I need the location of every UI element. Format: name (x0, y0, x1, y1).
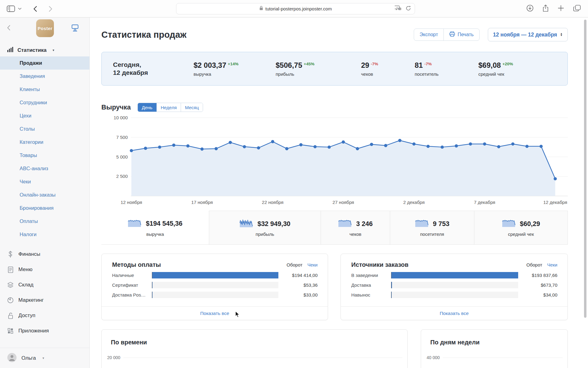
metric-tab-4[interactable]: $60,29средний чек (474, 211, 568, 244)
reload-icon[interactable] (406, 6, 411, 12)
sidebar-item-1[interactable]: Заведения (0, 70, 89, 83)
sources-toggle-turnover[interactable]: Оборот (526, 262, 542, 267)
bar-chart-icon (7, 47, 13, 53)
today-stat-2: 29-7%чеков (361, 61, 415, 77)
source-value: $193 837,66 (518, 273, 557, 278)
sidebar-section-5[interactable]: Приложения (0, 323, 89, 339)
today-stat-delta: +45% (304, 62, 315, 66)
sparkline-area-icon (502, 219, 516, 229)
print-button-label: Печать (458, 32, 473, 37)
sidebar-main-sections: ФинансыМенюСкладМаркетингДоступПриложени… (0, 247, 89, 339)
today-stat-value: $506,75+45% (276, 61, 355, 70)
sidebar-item-7[interactable]: Товары (0, 149, 89, 162)
metric-tab-0[interactable]: $194 545,36выручка (101, 211, 209, 244)
sidebar-section-label: Маркетинг (18, 297, 44, 303)
sidebar-back-chevron-icon[interactable] (7, 25, 10, 32)
source-bar (391, 272, 518, 278)
sidebar-section-3[interactable]: Маркетинг (0, 293, 89, 308)
sidebar-section-4[interactable]: Доступ (0, 308, 89, 323)
sidebar-section-0[interactable]: Финансы (0, 247, 89, 262)
user-menu[interactable]: Ольга ▼ (0, 348, 89, 368)
order-sources-rows: В заведении$193 837,66Доставка$673,70Нав… (341, 270, 567, 300)
svg-text:22 ноября: 22 ноября (262, 200, 284, 205)
source-row-1: Доставка$673,70 (341, 280, 567, 290)
sidebar-section-label: Приложения (18, 328, 49, 334)
toolbar-chevron-down-icon[interactable] (18, 8, 21, 10)
sidebar-item-6[interactable]: Категории (0, 136, 89, 149)
tab-overview-icon[interactable] (573, 5, 581, 13)
print-button[interactable]: Печать (443, 29, 479, 40)
sources-show-all-link[interactable]: Показать все (440, 311, 469, 316)
browser-back-button[interactable] (33, 6, 37, 12)
metric-tab-2[interactable]: 3 246чеков (321, 211, 390, 244)
payment-bar (152, 272, 278, 278)
sidebar-section-label: Доступ (18, 312, 35, 319)
svg-text:2 500: 2 500 (116, 174, 128, 179)
payment-toggle-receipts[interactable]: Чеки (307, 262, 318, 267)
sparkline-spiky-icon (239, 219, 254, 229)
sidebar-item-3[interactable]: Сотрудники (0, 96, 89, 109)
svg-text:2 декабря: 2 декабря (403, 200, 425, 205)
payment-methods-title: Методы оплаты (112, 261, 287, 268)
date-range-picker[interactable]: 12 ноября — 12 декабря ▲▼ (488, 28, 568, 41)
avatar (7, 353, 17, 363)
sources-toggle-receipts[interactable]: Чеки (547, 262, 557, 267)
sidebar-item-5[interactable]: Столы (0, 122, 89, 136)
payment-row-1: Сертификат$53,36 (102, 280, 328, 290)
sidebar-item-9[interactable]: Чеки (0, 175, 89, 188)
revenue-tab-0[interactable]: День (138, 103, 156, 112)
translate-icon[interactable]: A文 (395, 6, 401, 12)
payment-label: Сертификат (112, 282, 152, 288)
payment-row-2: Доставка Pos…$33,00 (102, 290, 328, 300)
metric-tab-value: 3 246 (356, 220, 373, 228)
sidebar-item-2[interactable]: Клиенты (0, 83, 89, 96)
sidebar-item-11[interactable]: Бронирования (0, 201, 89, 215)
revenue-tab-2[interactable]: Месяц (181, 103, 203, 112)
metric-tab-label: прибыль (256, 232, 274, 237)
today-stat-value: 81-7% (415, 61, 472, 70)
poster-logo[interactable]: Poster (36, 19, 54, 37)
payment-label: Наличные (112, 273, 152, 278)
sparkline-area-icon (128, 219, 142, 229)
revenue-tab-1[interactable]: Неделя (156, 103, 181, 112)
sidebar-section-statistics[interactable]: Статистика ▼ (7, 47, 89, 53)
sidebar-toggle-icon[interactable] (7, 6, 15, 12)
page-scrollbar-thumb[interactable] (584, 20, 586, 318)
user-name: Ольга (21, 355, 36, 361)
share-icon[interactable] (543, 5, 548, 13)
new-tab-icon[interactable] (558, 5, 564, 13)
today-stat-value: $2 003,37+14% (194, 61, 270, 70)
sidebar-item-13[interactable]: Налоги (0, 228, 89, 241)
today-stat-label: выручка (194, 71, 270, 77)
downloads-icon[interactable] (526, 5, 533, 13)
today-stat-3: 81-7%посетитель (415, 61, 478, 77)
sidebar-item-10[interactable]: Онлайн-заказы (0, 188, 89, 201)
source-label: В заведении (351, 273, 391, 278)
source-row-0: В заведении$193 837,66 (341, 270, 567, 280)
sidebar-item-8[interactable]: ABC-анализ (0, 162, 89, 175)
sidebar-section-1[interactable]: Меню (0, 262, 89, 277)
metric-tab-value: $60,29 (520, 220, 540, 228)
payment-bar (152, 282, 278, 288)
today-stat-delta: +20% (502, 62, 513, 66)
pos-terminal-icon[interactable] (71, 24, 79, 33)
export-button[interactable]: Экспорт (414, 29, 443, 40)
url-field[interactable]: tutorial-posterpos.joinposter.com A文 (176, 3, 415, 14)
today-stat-value: 29-7% (361, 61, 409, 70)
browser-forward-button[interactable] (49, 6, 53, 12)
payment-toggle-turnover[interactable]: Оборот (287, 262, 303, 267)
today-date: Сегодня, 12 декабря (102, 61, 194, 77)
metric-tab-label: выручка (146, 232, 164, 237)
metric-tab-1[interactable]: $32 949,30прибыль (209, 211, 321, 244)
today-stat-1: $506,75+45%прибыль (276, 61, 361, 77)
payment-show-all-link[interactable]: Показать все (200, 311, 229, 316)
metric-tab-3[interactable]: 9 753посетителя (390, 211, 474, 244)
sidebar-item-12[interactable]: Оплаты (0, 215, 89, 228)
sidebar-item-4[interactable]: Цехи (0, 109, 89, 122)
sparkline-area-icon (338, 219, 352, 229)
sidebar-item-0[interactable]: Продажи (0, 56, 89, 70)
payment-value: $53,36 (278, 282, 318, 288)
dollar-icon (7, 251, 13, 258)
source-value: $34,00 (518, 292, 557, 297)
sidebar-section-2[interactable]: Склад (0, 277, 89, 293)
